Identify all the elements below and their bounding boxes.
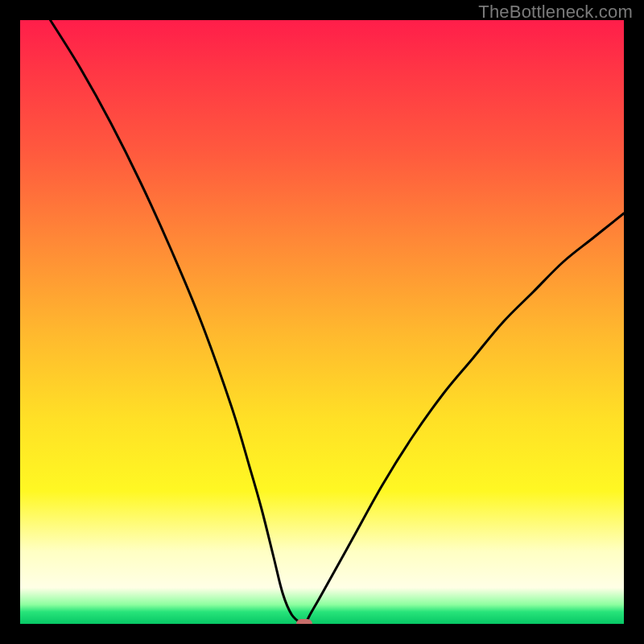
chart-frame: TheBottleneck.com [0,0,644,644]
curve-left-branch [51,20,303,624]
bottleneck-curve [20,20,624,624]
plot-area [20,20,624,624]
minimum-marker [296,619,312,624]
curve-right-branch [306,213,624,624]
